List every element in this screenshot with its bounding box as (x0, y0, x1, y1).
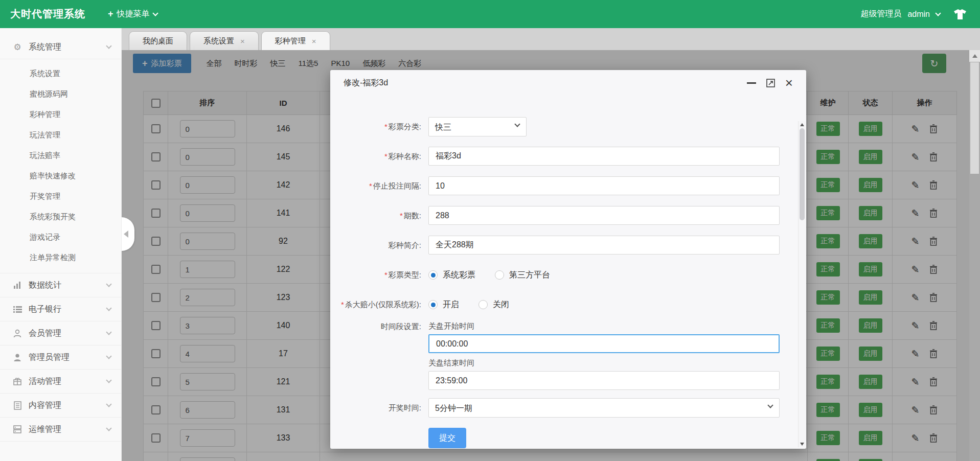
chevron-down-icon (106, 353, 111, 359)
intro-input[interactable] (428, 236, 780, 255)
page-scrollbar[interactable] (969, 50, 980, 461)
category-select[interactable]: 快三 (428, 117, 527, 136)
sidebar-item-odds-quick-edit[interactable]: 赔率快速修改 (0, 166, 121, 186)
scrollbar-thumb[interactable] (970, 62, 979, 174)
field-label-intro: 彩种简介: (330, 236, 428, 255)
tab-label: 系统设置 (203, 36, 234, 46)
dialog-body: *彩票分类: 快三 *彩种名称: *停止投注 (330, 96, 806, 449)
sidebar-section-label: 数据统计 (29, 280, 61, 291)
field-label-stop-interval: *停止投注间隔: (330, 176, 428, 196)
radio-unselected-icon (495, 270, 504, 280)
sidebar-item-lottery-manage[interactable]: 彩种管理 (0, 104, 121, 125)
sidebar-item-game-records[interactable]: 游戏记录 (0, 227, 121, 247)
scroll-up-icon[interactable] (800, 123, 804, 126)
sidebar-section-label: 会员管理 (29, 328, 61, 339)
gear-icon: ⚙ (12, 42, 22, 52)
activity-icon (12, 376, 22, 386)
sidebar-section-members[interactable]: 会员管理 (0, 321, 121, 345)
sidebar-item-abnormal-bet-check[interactable]: 注单异常检测 (0, 247, 121, 268)
sidebar-section-label: 管理员管理 (29, 352, 70, 363)
field-label-periods: *期数: (330, 206, 428, 225)
type-system-radio[interactable]: 系统彩票 (428, 270, 475, 281)
tab-label: 我的桌面 (143, 36, 173, 46)
sidebar: ⚙ 系统管理 系统设置 蜜桃源码网 彩种管理 玩法管理 玩法赔率 赔率快速修改 … (0, 28, 122, 461)
sidebar-item-system-settings[interactable]: 系统设置 (0, 63, 121, 84)
tab-close-icon[interactable]: × (312, 37, 316, 45)
chevron-down-icon (106, 281, 111, 287)
scroll-up-icon[interactable] (969, 50, 980, 62)
sidebar-submenu: 系统设置 蜜桃源码网 彩种管理 玩法管理 玩法赔率 赔率快速修改 开奖管理 系统… (0, 59, 121, 273)
sidebar-section-statistics[interactable]: 数据统计 (0, 273, 121, 297)
ops-icon (12, 424, 22, 434)
chevron-down-icon (106, 43, 111, 49)
sidebar-section-activities[interactable]: 活动管理 (0, 370, 121, 394)
sidebar-section-ebank[interactable]: 电子银行 (0, 297, 121, 321)
sidebar-item-draw-manage[interactable]: 开奖管理 (0, 186, 121, 206)
topbar: 大时代管理系统 + 快捷菜单 超级管理员 admin (0, 0, 980, 28)
close-end-input[interactable] (428, 371, 780, 390)
dialog-scrollbar-thumb[interactable] (800, 128, 805, 220)
tab-close-icon[interactable]: × (240, 37, 245, 45)
chart-icon (12, 280, 22, 290)
tab-lottery-manage[interactable]: 彩种管理 × (261, 31, 330, 50)
radio-selected-icon (428, 300, 438, 309)
close-start-input[interactable] (428, 334, 780, 353)
sidebar-item-play-manage[interactable]: 玩法管理 (0, 125, 121, 145)
user-menu[interactable]: admin (907, 10, 930, 19)
killbig-off-radio[interactable]: 关闭 (478, 299, 509, 310)
type-thirdparty-radio[interactable]: 第三方平台 (495, 270, 550, 281)
radio-unselected-icon (478, 300, 488, 309)
sidebar-item-pre-draw[interactable]: 系统彩预开奖 (0, 206, 121, 227)
chevron-down-icon (152, 10, 158, 16)
plus-icon: + (108, 9, 113, 19)
sidebar-item-source-site[interactable]: 蜜桃源码网 (0, 84, 121, 104)
dialog-scrollbar[interactable] (798, 121, 805, 447)
chevron-down-icon[interactable] (935, 10, 941, 16)
member-icon (12, 328, 22, 338)
periods-input[interactable] (428, 206, 780, 225)
user-role: 超级管理员 (860, 9, 901, 19)
stop-interval-input[interactable] (428, 176, 780, 195)
killbig-on-radio[interactable]: 开启 (428, 299, 459, 310)
sidebar-section-content[interactable]: 内容管理 (0, 394, 121, 418)
dialog-title: 修改-福彩3d (344, 78, 388, 88)
field-label-draw-time: 开奖时间: (330, 398, 428, 418)
submit-button[interactable]: 提交 (428, 428, 466, 448)
minimize-icon[interactable] (747, 82, 756, 84)
chevron-down-icon (106, 401, 111, 407)
scroll-down-icon[interactable] (800, 443, 804, 446)
sidebar-section-label: 系统管理 (29, 42, 61, 53)
close-start-label: 关盘开始时间 (428, 321, 780, 331)
chevron-down-icon (106, 425, 111, 431)
sidebar-section-admins[interactable]: 管理员管理 (0, 345, 121, 370)
lottery-name-input[interactable] (428, 147, 780, 166)
field-label-type: *彩票类型: (330, 265, 428, 285)
app-title: 大时代管理系统 (10, 7, 85, 21)
close-end-label: 关盘结束时间 (428, 358, 780, 368)
quick-menu-button[interactable]: + 快捷菜单 (108, 9, 157, 19)
bank-list-icon (12, 304, 22, 314)
quick-menu-label: 快捷菜单 (117, 9, 150, 19)
tab-my-desktop[interactable]: 我的桌面 (129, 31, 187, 50)
theme-tshirt-icon[interactable] (953, 9, 967, 20)
chevron-down-icon (106, 377, 111, 383)
collapse-left-icon (124, 230, 128, 238)
chevron-down-icon (106, 305, 111, 311)
edit-lottery-dialog: 修改-福彩3d × *彩票分类: (330, 70, 806, 449)
sidebar-section-system[interactable]: ⚙ 系统管理 (0, 35, 121, 59)
sidebar-section-ops[interactable]: 运维管理 (0, 418, 121, 442)
sidebar-section-label: 电子银行 (29, 304, 61, 315)
sidebar-section-label: 运维管理 (29, 424, 61, 435)
tabbar: 我的桌面 系统设置 × 彩种管理 × (122, 28, 980, 50)
admin-user-icon (12, 352, 22, 362)
close-icon[interactable]: × (785, 76, 793, 89)
sidebar-section-label: 内容管理 (29, 400, 61, 411)
tab-system-settings[interactable]: 系统设置 × (190, 31, 259, 50)
sidebar-item-play-odds[interactable]: 玩法赔率 (0, 145, 121, 166)
chevron-down-icon (106, 329, 111, 335)
content-icon (12, 400, 22, 410)
dialog-header: 修改-福彩3d × (330, 70, 806, 96)
maximize-icon[interactable] (766, 79, 775, 87)
draw-time-select[interactable]: 5分钟一期 (428, 398, 780, 418)
main-content: 我的桌面 系统设置 × 彩种管理 × + 添加彩票 全部 时时彩 快三 (122, 28, 980, 461)
